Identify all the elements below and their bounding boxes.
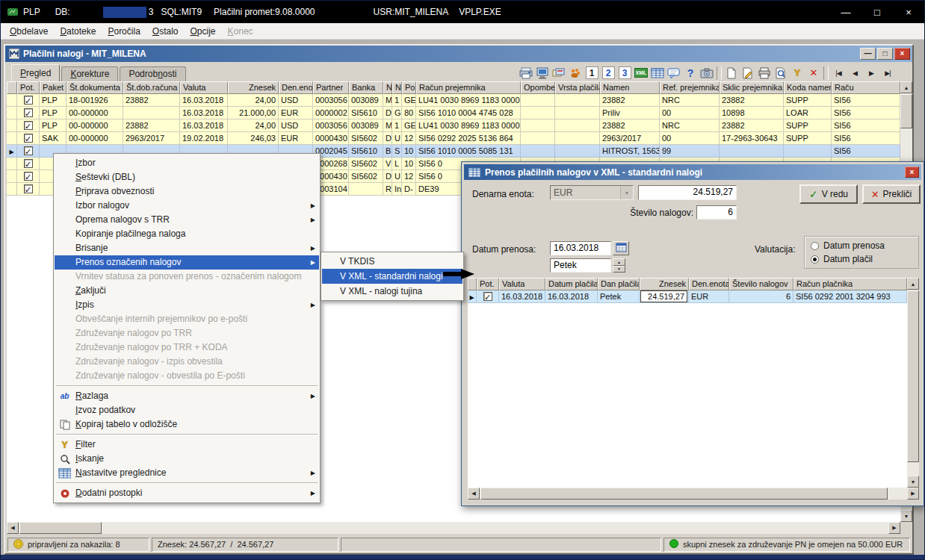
menu-item-priprava-obveznosti[interactable]: Priprava obveznosti bbox=[55, 184, 319, 199]
column-header-koda-namena[interactable]: Koda namena bbox=[784, 81, 832, 94]
amount-edit-box[interactable]: 24.519,27 bbox=[640, 290, 687, 302]
row-checkbox[interactable]: ✓ bbox=[24, 134, 33, 143]
menu-item-razlaga[interactable]: abRazlaga▶ bbox=[55, 389, 319, 403]
dialog-vertical-scroll-thumb[interactable] bbox=[907, 290, 919, 462]
combo-arrow-icon[interactable]: ▼ bbox=[620, 186, 633, 199]
dialog-column-header-dan-plačila[interactable]: Dan plačila bbox=[598, 278, 640, 290]
dialog-column-header-znesek[interactable]: Znesek bbox=[640, 278, 689, 290]
toolbar-screen-view-button[interactable] bbox=[534, 66, 551, 81]
menu-item-izbor-nalogov[interactable]: Izbor nalogov▶ bbox=[55, 199, 319, 213]
menu-item-filter[interactable]: YFilter bbox=[55, 438, 319, 452]
menu-item-seštevki-dbl[interactable]: Seštevki (DBL) bbox=[55, 170, 319, 184]
scroll-right-button[interactable]: ▶ bbox=[888, 522, 900, 534]
column-header-vrsta-plačila[interactable]: Vrsta plačila bbox=[555, 81, 600, 94]
radio-datum-placil[interactable]: Datum plačil bbox=[811, 254, 912, 264]
toolbar-new-record-button[interactable] bbox=[723, 66, 740, 81]
dialog-scroll-down-button[interactable]: ▼ bbox=[907, 476, 919, 488]
menu-item-iskanje[interactable]: Iskanje bbox=[55, 452, 319, 466]
menu-item-v-xml-nalogi-tujina[interactable]: V XML - nalogi tujina bbox=[322, 284, 462, 299]
column-header-račun-prejemnika[interactable]: Račun prejemnika bbox=[416, 81, 521, 94]
row-checkbox[interactable]: ✓ bbox=[483, 292, 492, 301]
dialog-column-header-pot[interactable]: Pot. bbox=[477, 278, 499, 290]
child-minimize-button[interactable]: — bbox=[860, 48, 876, 60]
dialog-table-row[interactable]: ▶✓16.03.201816.03.2018Petek24.519,27EUR6… bbox=[468, 290, 907, 303]
toolbar-table-view-button[interactable] bbox=[649, 66, 666, 81]
transfer-day-field[interactable]: Petek bbox=[550, 258, 611, 273]
column-header-n[interactable]: N: bbox=[392, 81, 402, 94]
toolbar-nav-last-button[interactable]: ▶| bbox=[879, 66, 896, 81]
menu-opcije[interactable]: Opcije bbox=[185, 25, 222, 38]
menu-item-izbor[interactable]: Izbor bbox=[55, 156, 319, 170]
horizontal-scroll-thumb[interactable] bbox=[19, 522, 102, 534]
table-row[interactable]: ✓SAK00-0000002963/201719.02.2018246,03EU… bbox=[7, 132, 900, 145]
menu-item-dodatni-postopki[interactable]: Dodatni postopki▶ bbox=[55, 486, 319, 500]
column-header-po[interactable]: Po: bbox=[402, 81, 416, 94]
spin-down-icon[interactable]: ▼ bbox=[613, 266, 625, 273]
tab-korekture[interactable]: Korekture bbox=[61, 66, 118, 81]
toolbar-delete-button[interactable]: ✕ bbox=[805, 66, 822, 81]
transfer-date-field[interactable]: 16.03.2018 bbox=[550, 241, 611, 255]
menu-item-izvoz-podatkov[interactable]: Izvoz podatkov bbox=[55, 403, 319, 417]
dialog-close-button[interactable]: × bbox=[905, 167, 919, 178]
order-count-field[interactable]: 6 bbox=[696, 205, 737, 220]
menu-item-brisanje[interactable]: Brisanje▶ bbox=[55, 241, 319, 255]
column-header-n[interactable]: N: bbox=[383, 81, 392, 94]
dialog-scroll-right-button[interactable]: ▶ bbox=[907, 488, 919, 500]
column-header-znesek[interactable]: Znesek bbox=[228, 81, 279, 94]
row-checkbox[interactable]: ✓ bbox=[24, 172, 33, 181]
dialog-scroll-left-button[interactable]: ◀ bbox=[468, 488, 480, 500]
cancel-button[interactable]: ✕ Prekliči bbox=[862, 184, 921, 204]
menu-datoteke[interactable]: Datoteke bbox=[54, 25, 102, 38]
scroll-up-button[interactable]: ▲ bbox=[900, 81, 912, 93]
column-header-sklic-prejemnika[interactable]: Sklic prejemnika bbox=[720, 81, 784, 94]
maximize-button[interactable]: □ bbox=[861, 1, 893, 23]
menu-item-nastavitve-preglednice[interactable]: Nastavitve preglednice▶ bbox=[55, 466, 319, 480]
toolbar-view-3-button[interactable]: 3 bbox=[616, 66, 633, 81]
toolbar-nav-next-button[interactable]: ▶ bbox=[863, 66, 879, 81]
vertical-scroll-thumb[interactable] bbox=[900, 94, 912, 128]
column-header-ref-prejemnika[interactable]: Ref. prejemnika bbox=[660, 81, 720, 94]
toolbar-filter-button[interactable]: Y bbox=[789, 66, 805, 81]
toolbar-special-actions-button[interactable] bbox=[567, 66, 584, 81]
column-header-banka[interactable]: Banka bbox=[349, 81, 383, 94]
dialog-column-header-število-nalogov[interactable]: Število nalogov bbox=[729, 278, 793, 290]
toolbar-view-1-button[interactable]: 1 bbox=[584, 66, 600, 81]
menu-item-kopiranje-plačilnega-naloga[interactable]: Kopiranje plačilnega naloga bbox=[55, 227, 319, 241]
ok-button[interactable]: ✓ V redu bbox=[799, 184, 858, 204]
toolbar-help-button[interactable]: ? bbox=[682, 66, 699, 81]
toolbar-card-index-button[interactable] bbox=[551, 66, 567, 81]
menu-ostalo[interactable]: Ostalo bbox=[146, 25, 185, 38]
table-row[interactable]: ✓PLP00-00000016.03.201821.000,00EUR00000… bbox=[7, 107, 900, 119]
row-checkbox[interactable]: ✓ bbox=[24, 108, 33, 117]
toolbar-notes-button[interactable] bbox=[666, 66, 682, 81]
scroll-down-button[interactable]: ▼ bbox=[900, 510, 912, 522]
toolbar-xml-export-button[interactable]: XML bbox=[633, 66, 649, 81]
spin-up-icon[interactable]: ▲ bbox=[613, 258, 625, 266]
minimize-button[interactable]: — bbox=[830, 1, 861, 23]
column-header-paket[interactable]: Paket bbox=[40, 81, 66, 94]
column-header-opombe[interactable]: Opombe bbox=[521, 81, 555, 94]
child-close-button[interactable]: × bbox=[894, 48, 910, 60]
table-row[interactable]: ✓PLP00-0000002388216.03.201824,00USD0003… bbox=[7, 119, 900, 132]
dialog-column-header-valuta[interactable]: Valuta bbox=[499, 278, 545, 290]
dialog-column-header-den-enota[interactable]: Den.enota bbox=[689, 278, 729, 290]
column-header-valuta[interactable]: Valuta bbox=[180, 81, 228, 94]
menu-item-v-xml-standardni-nalogi[interactable]: V XML - standardni nalogi bbox=[322, 269, 462, 284]
row-checkbox[interactable]: ✓ bbox=[24, 121, 33, 130]
column-header-namen[interactable]: Namen bbox=[600, 81, 660, 94]
tab-podrobnosti[interactable]: Podrobnosti bbox=[120, 66, 185, 81]
row-checkbox[interactable]: ✓ bbox=[24, 96, 33, 105]
currency-select[interactable]: EUR ▼ bbox=[550, 185, 634, 200]
toolbar-print-button[interactable] bbox=[756, 66, 773, 81]
scroll-left-button[interactable]: ◀ bbox=[7, 522, 19, 534]
column-header-št-dob-računa[interactable]: Št.dob.računa bbox=[123, 81, 180, 94]
toolbar-view-2-button[interactable]: 2 bbox=[600, 66, 616, 81]
dialog-horizontal-scroll-thumb[interactable] bbox=[480, 488, 888, 500]
menu-item-izpis[interactable]: Izpis▶ bbox=[55, 298, 319, 312]
menu-item-zaključi[interactable]: Zaključi bbox=[55, 284, 319, 298]
toolbar-snapshot-button[interactable] bbox=[699, 66, 715, 81]
column-header-partner[interactable]: Partner bbox=[313, 81, 349, 94]
column-header-raču[interactable]: Raču bbox=[832, 81, 900, 94]
column-header-den-enota[interactable]: Den.enota bbox=[279, 81, 313, 94]
horizontal-scrollbar[interactable] bbox=[7, 522, 900, 534]
